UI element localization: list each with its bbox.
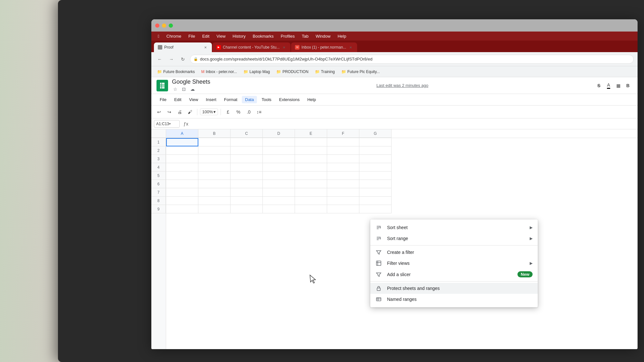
redo-button[interactable]: ↪ xyxy=(165,107,174,116)
file-menu[interactable]: File xyxy=(185,33,198,39)
formula-input[interactable] xyxy=(192,120,635,128)
strikethrough-button[interactable]: S xyxy=(594,81,603,90)
menu-item-add-slicer[interactable]: Add a slicer New xyxy=(370,269,538,280)
tab-gmail-close[interactable]: ✕ xyxy=(348,45,353,50)
chrome-menu[interactable]: Chrome xyxy=(163,33,185,39)
menu-item-filter-views[interactable]: Filter views ▶ xyxy=(370,258,538,269)
maximize-window-button[interactable] xyxy=(169,23,173,28)
help-menu[interactable]: Help xyxy=(334,33,349,39)
forward-button[interactable]: → xyxy=(167,55,176,64)
cell-d5[interactable] xyxy=(263,172,295,180)
cell-e5[interactable] xyxy=(295,172,327,180)
cell-g8[interactable] xyxy=(359,197,392,205)
menu-item-named-ranges[interactable]: Named ranges xyxy=(370,294,538,305)
col-header-d[interactable]: D xyxy=(263,129,295,138)
cell-g4[interactable] xyxy=(359,163,392,172)
tab-youtube-close[interactable]: ✕ xyxy=(281,45,287,50)
currency-button[interactable]: £ xyxy=(223,107,232,116)
cell-b5[interactable] xyxy=(198,172,231,180)
cell-c1[interactable] xyxy=(231,138,263,146)
cell-a8[interactable] xyxy=(166,197,198,205)
apple-menu[interactable]:  xyxy=(155,33,163,39)
cell-b3[interactable] xyxy=(198,155,231,163)
bookmarks-menu[interactable]: Bookmarks xyxy=(250,33,277,39)
paint-format-button[interactable]: 🖌 xyxy=(185,107,194,116)
cell-b4[interactable] xyxy=(198,163,231,172)
cell-a5[interactable] xyxy=(166,172,198,180)
menu-item-protect-sheets[interactable]: Protect sheets and ranges xyxy=(370,283,538,294)
cell-e8[interactable] xyxy=(295,197,327,205)
cell-ref-arrow[interactable]: ▾ xyxy=(169,122,171,125)
cell-a7[interactable] xyxy=(166,188,198,197)
cell-d8[interactable] xyxy=(263,197,295,205)
row-header-5[interactable]: 5 xyxy=(151,172,166,180)
cell-c6[interactable] xyxy=(231,180,263,188)
tab-youtube[interactable]: ▶ Channel content - YouTube Stu... ✕ xyxy=(213,42,290,52)
minimize-window-button[interactable] xyxy=(162,23,166,28)
row-header-3[interactable]: 3 xyxy=(151,155,166,163)
row-header-9[interactable]: 9 xyxy=(151,205,166,213)
cell-c3[interactable] xyxy=(231,155,263,163)
col-header-e[interactable]: E xyxy=(295,129,327,138)
tab-proof[interactable]: Proof ✕ xyxy=(154,42,212,52)
profiles-menu[interactable]: Profiles xyxy=(278,33,298,39)
cell-g3[interactable] xyxy=(359,155,392,163)
cell-e9[interactable] xyxy=(295,205,327,213)
cell-c7[interactable] xyxy=(231,188,263,197)
cell-f9[interactable] xyxy=(327,205,359,213)
bookmark-future[interactable]: 📁 Future Bookmarks xyxy=(155,69,197,75)
cell-d3[interactable] xyxy=(263,155,295,163)
decimal-button[interactable]: .0 xyxy=(244,107,253,116)
cell-reference-box[interactable]: A1:C13 ▾ xyxy=(154,120,180,128)
sheets-help-menu[interactable]: Help xyxy=(304,96,319,103)
cell-c9[interactable] xyxy=(231,205,263,213)
menu-item-sort-sheet[interactable]: Sort sheet ▶ xyxy=(370,222,538,233)
row-header-7[interactable]: 7 xyxy=(151,188,166,197)
cell-a3[interactable] xyxy=(166,155,198,163)
row-header-6[interactable]: 6 xyxy=(151,180,166,188)
sheets-format-menu[interactable]: Format xyxy=(221,96,241,103)
cell-e7[interactable] xyxy=(295,188,327,197)
row-header-4[interactable]: 4 xyxy=(151,163,166,172)
row-header-2[interactable]: 2 xyxy=(151,146,166,155)
cell-f4[interactable] xyxy=(327,163,359,172)
cell-e2[interactable] xyxy=(295,146,327,155)
cell-f3[interactable] xyxy=(327,155,359,163)
cell-g1[interactable] xyxy=(359,138,392,146)
zoom-selector[interactable]: 100% ▾ xyxy=(200,108,218,115)
menu-item-create-filter[interactable]: Create a filter xyxy=(370,247,538,258)
bookmark-laptop[interactable]: 📁 Laptop Mag xyxy=(241,69,272,75)
sheets-file-menu[interactable]: File xyxy=(156,96,170,103)
cell-c5[interactable] xyxy=(231,172,263,180)
highlight-color-button[interactable]: ▦ xyxy=(614,81,623,90)
tab-gmail[interactable]: M Inbox (1) - peter.norman... ✕ xyxy=(291,42,357,52)
window-menu[interactable]: Window xyxy=(312,33,334,39)
reload-button[interactable]: ↻ xyxy=(178,55,187,64)
bookmark-production[interactable]: 📁 PRODUCTION xyxy=(274,69,311,75)
cell-f6[interactable] xyxy=(327,180,359,188)
sheets-extensions-menu[interactable]: Extensions xyxy=(276,96,303,103)
cell-d1[interactable] xyxy=(263,138,295,146)
cell-g5[interactable] xyxy=(359,172,392,180)
cell-a4[interactable] xyxy=(166,163,198,172)
cell-f2[interactable] xyxy=(327,146,359,155)
view-menu[interactable]: View xyxy=(213,33,229,39)
cell-b8[interactable] xyxy=(198,197,231,205)
sheets-tools-menu[interactable]: Tools xyxy=(258,96,274,103)
menu-item-sort-range[interactable]: Sort range ▶ xyxy=(370,233,538,244)
cell-c4[interactable] xyxy=(231,163,263,172)
row-header-8[interactable]: 8 xyxy=(151,197,166,205)
cell-e6[interactable] xyxy=(295,180,327,188)
text-color-button[interactable]: A xyxy=(604,81,613,90)
cell-e4[interactable] xyxy=(295,163,327,172)
bookmark-future-plc[interactable]: 📁 Future Plc Equity... xyxy=(339,69,382,75)
cell-d4[interactable] xyxy=(263,163,295,172)
col-header-c[interactable]: C xyxy=(231,129,263,138)
col-header-b[interactable]: B xyxy=(198,129,231,138)
cell-d7[interactable] xyxy=(263,188,295,197)
cell-b7[interactable] xyxy=(198,188,231,197)
cell-f1[interactable] xyxy=(327,138,359,146)
cell-g7[interactable] xyxy=(359,188,392,197)
sheets-view-menu[interactable]: View xyxy=(186,96,201,103)
sheets-insert-menu[interactable]: Insert xyxy=(203,96,220,103)
